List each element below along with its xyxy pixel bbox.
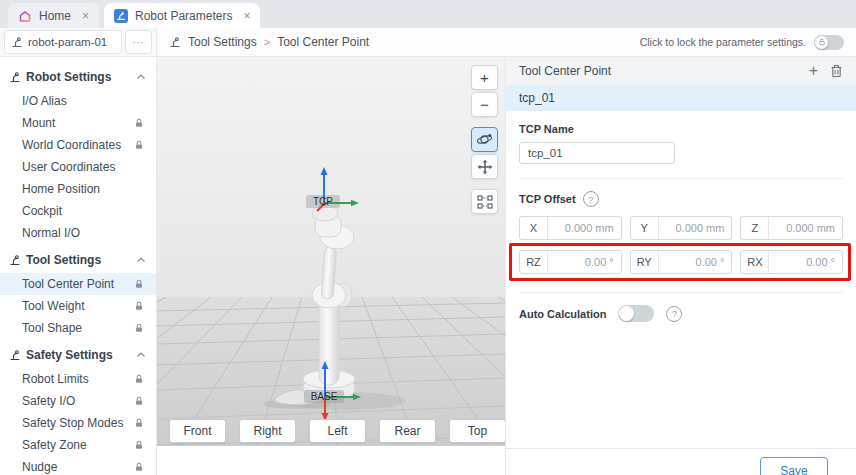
robot-icon xyxy=(9,254,21,266)
breadcrumb-separator: > xyxy=(264,36,270,48)
lock-toggle-knob-icon xyxy=(815,36,828,49)
item-label: Safety Stop Modes xyxy=(22,416,123,430)
sidebar-section-safety-settings[interactable]: Safety Settings xyxy=(0,339,156,368)
item-label: Robot Limits xyxy=(22,372,89,386)
view-top-button[interactable]: Top xyxy=(449,419,505,443)
offset-rz-field[interactable]: RZ 0.00° xyxy=(519,250,622,274)
trash-icon xyxy=(830,64,843,78)
field-unit: ° xyxy=(609,256,613,268)
param-name-bar: robot-param-01 ⋯ xyxy=(0,28,157,57)
sidebar-item-home-position[interactable]: Home Position xyxy=(0,178,156,200)
sidebar-item-io-alias[interactable]: I/O Alias xyxy=(0,90,156,112)
view-front-button[interactable]: Front xyxy=(169,419,226,443)
field-label: RX xyxy=(741,256,768,268)
field-label: Y xyxy=(631,222,658,234)
field-unit: ° xyxy=(720,256,724,268)
zoom-out-button[interactable]: − xyxy=(471,92,498,117)
tab-home-close-icon[interactable]: × xyxy=(82,9,89,23)
zoom-in-button[interactable]: + xyxy=(471,65,498,90)
lock-icon xyxy=(134,396,144,406)
tcp-list-item-selected[interactable]: tcp_01 xyxy=(506,85,856,111)
pan-button[interactable] xyxy=(471,154,498,179)
field-unit: mm xyxy=(817,222,835,234)
divider xyxy=(519,292,843,293)
param-name-field[interactable]: robot-param-01 xyxy=(4,30,122,54)
field-value: 0.00 xyxy=(806,256,827,268)
field-value: 0.000 xyxy=(675,222,703,234)
lock-icon xyxy=(134,440,144,450)
panel-title: Tool Center Point xyxy=(519,64,611,78)
fit-view-button[interactable] xyxy=(471,189,498,214)
view-rear-button[interactable]: Rear xyxy=(379,419,436,443)
robot-icon xyxy=(169,36,181,48)
view-right-button[interactable]: Right xyxy=(239,419,296,443)
sidebar-item-user-coordinates[interactable]: User Coordinates xyxy=(0,156,156,178)
sidebar-item-safety-io[interactable]: Safety I/O xyxy=(0,390,156,412)
sidebar-item-mount[interactable]: Mount xyxy=(0,112,156,134)
sidebar-item-robot-limits[interactable]: Robot Limits xyxy=(0,368,156,390)
view-left-button[interactable]: Left xyxy=(309,419,366,443)
robot-icon xyxy=(9,71,21,83)
robot-3d-scene: TCP BASE xyxy=(157,57,505,446)
panel-footer: Save xyxy=(506,448,856,475)
offset-rx-field[interactable]: RX 0.00° xyxy=(740,250,843,274)
field-value: 0.000 xyxy=(786,222,814,234)
lock-icon xyxy=(134,418,144,428)
add-tcp-button[interactable]: + xyxy=(809,63,818,79)
breadcrumb-section[interactable]: Tool Settings xyxy=(188,35,257,49)
item-label: Cockpit xyxy=(22,204,62,218)
robot-3d-viewport[interactable]: TCP BASE + − xyxy=(157,57,505,446)
section-title: Safety Settings xyxy=(26,348,113,362)
offset-ry-field[interactable]: RY 0.00° xyxy=(630,250,733,274)
home-icon xyxy=(18,9,32,23)
chevron-up-icon[interactable] xyxy=(136,256,146,264)
orbit-rotate-button[interactable] xyxy=(471,127,498,152)
more-options-button[interactable]: ⋯ xyxy=(125,30,152,54)
lock-icon xyxy=(134,323,144,333)
tab-robot-parameters-close-icon[interactable]: × xyxy=(243,9,250,23)
sidebar-item-nudge[interactable]: Nudge xyxy=(0,456,156,475)
sidebar-item-tool-shape[interactable]: Tool Shape xyxy=(0,317,156,339)
sidebar-item-safety-zone[interactable]: Safety Zone xyxy=(0,434,156,456)
delete-tcp-button[interactable] xyxy=(830,64,843,78)
auto-calculation-label: Auto Calculation xyxy=(519,308,606,320)
lock-icon xyxy=(134,118,144,128)
sidebar-item-safety-stop-modes[interactable]: Safety Stop Modes xyxy=(0,412,156,434)
lock-icon xyxy=(134,279,144,289)
field-unit: ° xyxy=(831,256,835,268)
offset-z-field[interactable]: Z 0.000mm xyxy=(740,216,843,240)
sidebar-section-robot-settings[interactable]: Robot Settings xyxy=(0,61,156,90)
base-label: BASE xyxy=(311,391,338,402)
item-label: Mount xyxy=(22,116,55,130)
auto-calculation-toggle[interactable] xyxy=(618,305,654,322)
save-button[interactable]: Save xyxy=(760,457,828,475)
chevron-up-icon[interactable] xyxy=(136,73,146,81)
sidebar-item-tool-center-point[interactable]: Tool Center Point xyxy=(0,273,156,295)
sidebar-section-tool-settings[interactable]: Tool Settings xyxy=(0,244,156,273)
field-value: 0.00 xyxy=(585,256,606,268)
tab-home[interactable]: Home × xyxy=(8,3,99,28)
section-title: Tool Settings xyxy=(26,253,101,267)
tab-robot-parameters[interactable]: Robot Parameters × xyxy=(104,3,260,28)
tcp-settings-panel: Tool Center Point + tcp_01 TCP Name xyxy=(505,57,856,475)
orbit-icon xyxy=(476,132,493,147)
tcp-label: TCP xyxy=(313,196,333,207)
offset-x-field[interactable]: X 0.000mm xyxy=(519,216,622,240)
sidebar-item-cockpit[interactable]: Cockpit xyxy=(0,200,156,222)
app-window: Home × Robot Parameters × robot-param-01… xyxy=(0,0,856,475)
sidebar-item-world-coordinates[interactable]: World Coordinates xyxy=(0,134,156,156)
param-name-label: robot-param-01 xyxy=(28,36,107,48)
tab-home-label: Home xyxy=(39,9,71,23)
field-value: 0.00 xyxy=(696,256,717,268)
lock-icon xyxy=(134,374,144,384)
breadcrumb: Tool Settings > Tool Center Point xyxy=(169,35,369,49)
tab-bar: Home × Robot Parameters × xyxy=(0,0,856,28)
tcp-name-input[interactable] xyxy=(519,142,675,164)
sidebar-item-normal-io[interactable]: Normal I/O xyxy=(0,222,156,244)
chevron-up-icon[interactable] xyxy=(136,351,146,359)
tcp-offset-help-icon[interactable]: ? xyxy=(583,191,599,207)
lock-settings-toggle[interactable] xyxy=(814,35,844,50)
auto-calculation-help-icon[interactable]: ? xyxy=(666,306,682,322)
offset-y-field[interactable]: Y 0.000mm xyxy=(630,216,733,240)
sidebar-item-tool-weight[interactable]: Tool Weight xyxy=(0,295,156,317)
